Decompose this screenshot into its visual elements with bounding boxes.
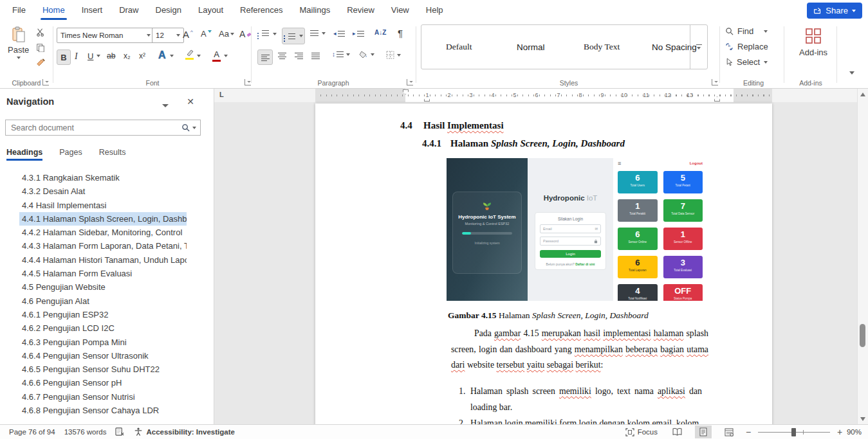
paragraph-dialog-launcher[interactable] <box>407 79 413 85</box>
format-painter-button[interactable] <box>36 58 46 68</box>
ribbon-tab[interactable]: Mailings <box>291 0 339 21</box>
show-hide-pilcrow-button[interactable]: ¶ <box>398 28 403 39</box>
strikethrough-button[interactable]: ab <box>107 51 115 60</box>
zoom-level[interactable]: 90% <box>847 428 862 436</box>
navigation-heading-item[interactable]: 4.6.4 Pengujian Sensor Ultrasonik <box>19 349 187 363</box>
bullets-dropdown[interactable] <box>273 33 277 35</box>
navigation-heading-item[interactable]: 4.6.1 Pengujian ESP32 <box>19 308 187 321</box>
replace-button[interactable]: bc Replace <box>725 42 768 51</box>
search-dropdown-icon[interactable] <box>192 127 196 129</box>
paste-button[interactable]: Paste <box>8 26 29 59</box>
word-count[interactable]: 13576 words <box>64 428 107 436</box>
shading-button[interactable] <box>359 51 374 58</box>
collapse-ribbon-button[interactable] <box>849 71 854 75</box>
navigation-heading-item[interactable]: 4.6.3 Pengujian Pompa Mini <box>19 336 187 349</box>
clear-formatting-button[interactable]: A <box>239 29 252 39</box>
bold-button[interactable]: B <box>57 49 71 65</box>
focus-button[interactable]: Focus <box>625 428 658 436</box>
ribbon-tab[interactable]: Home <box>34 0 73 21</box>
underline-button[interactable]: U <box>88 51 93 61</box>
font-size-combo[interactable]: 12 <box>152 28 184 43</box>
shrink-font-button[interactable]: A <box>201 29 212 39</box>
navigation-heading-item[interactable]: 4.6.2 Pengujian LCD I2C <box>19 321 187 335</box>
italic-button[interactable]: I <box>75 51 78 62</box>
navigation-heading-item[interactable]: 4.6.7 Pengujian Sensor Nutrisi <box>19 390 187 404</box>
font-dialog-launcher[interactable] <box>245 79 251 85</box>
navigation-heading-item[interactable]: 4.4.4 Halaman Histori Tanaman, Unduh Lap… <box>19 253 187 267</box>
font-color-button[interactable]: A <box>212 49 221 62</box>
ribbon-tab[interactable]: Layout <box>190 0 232 21</box>
multilevel-list-button[interactable] <box>310 30 326 36</box>
figure-image[interactable]: Hydroponic IoT System Monitoring & Contr… <box>447 158 707 301</box>
zoom-in-button[interactable]: + <box>835 427 844 437</box>
navigation-heading-item[interactable]: 4.4.2 Halaman Sidebar, Monitoring, Contr… <box>19 226 187 239</box>
zoom-out-button[interactable]: − <box>744 427 753 437</box>
align-center-button[interactable] <box>278 52 286 58</box>
navigation-tab[interactable]: Pages <box>59 148 82 161</box>
copy-button[interactable] <box>36 43 45 52</box>
search-input[interactable] <box>6 123 181 132</box>
search-icon[interactable] <box>181 123 190 132</box>
read-mode-button[interactable] <box>669 426 686 438</box>
navigation-heading-item[interactable]: 4.4.3 Halaman Form Laporan, Data Petani,… <box>19 239 187 253</box>
navigation-heading-item[interactable]: 4.4.1 Halaman Splash Screen, Login, Dash… <box>19 212 187 226</box>
superscript-button[interactable]: x² <box>139 51 145 60</box>
navigation-heading-item[interactable]: 4.6 Pengujian Alat <box>19 294 187 308</box>
text-effects-dropdown[interactable] <box>170 55 174 57</box>
justify-button[interactable] <box>311 52 320 58</box>
ribbon-tab[interactable]: Draw <box>111 0 147 21</box>
navigation-heading-item[interactable]: 4.3.1 Rangkaian Skematik <box>19 171 187 184</box>
cut-button[interactable] <box>36 28 45 37</box>
tab-stop-selector[interactable]: L <box>219 91 224 98</box>
grow-font-button[interactable]: A^ <box>183 29 193 40</box>
font-color-dropdown[interactable] <box>224 55 228 57</box>
sort-button[interactable]: A↓Z <box>374 29 386 36</box>
styles-dialog-launcher[interactable] <box>712 79 718 85</box>
decrease-indent-button[interactable]: ◂ <box>333 30 345 37</box>
share-button[interactable]: Share <box>807 3 862 19</box>
select-button[interactable]: Select <box>725 57 768 67</box>
navigation-heading-item[interactable]: 4.4.5 Halaman Form Evaluasi <box>19 267 187 280</box>
vertical-scrollbar[interactable] <box>857 89 868 425</box>
ribbon-tab[interactable]: Help <box>418 0 452 21</box>
accessibility-status[interactable]: Accessibility: Investigate <box>134 427 234 436</box>
find-button[interactable]: Find <box>725 26 768 36</box>
ribbon-tab[interactable]: View <box>383 0 418 21</box>
navigation-heading-item[interactable]: 4.5 Pengujian Website <box>19 280 187 294</box>
text-effects-button[interactable]: A <box>158 49 166 61</box>
document-page[interactable]: 4.4Hasil Implementasi 4.4.1Halaman Splas… <box>315 103 772 425</box>
zoom-slider[interactable] <box>758 432 830 433</box>
align-right-button[interactable] <box>295 52 303 58</box>
navigation-heading-item[interactable]: 4.3.2 Desain Alat <box>19 184 187 198</box>
bullets-button[interactable] <box>257 30 269 36</box>
navigation-heading-item[interactable]: 4.6.8 Pengujian Sensor Cahaya LDR <box>19 404 187 417</box>
navigation-heading-item[interactable]: 4.6.6 Pengujian Sensor pH <box>19 376 187 390</box>
numbering-button[interactable] <box>282 28 305 44</box>
highlight-dropdown[interactable] <box>197 55 201 57</box>
subscript-button[interactable]: x₂ <box>124 51 131 60</box>
borders-button[interactable] <box>386 51 401 59</box>
navigation-tab[interactable]: Results <box>99 148 126 161</box>
line-spacing-button[interactable]: ↕ <box>332 51 350 58</box>
scroll-up-arrow[interactable] <box>860 93 865 96</box>
ribbon-tab[interactable]: Design <box>147 0 190 21</box>
ribbon-tab[interactable]: File <box>4 0 34 21</box>
web-layout-button[interactable] <box>721 426 737 438</box>
scroll-down-arrow[interactable] <box>860 417 865 421</box>
clipboard-dialog-launcher[interactable] <box>42 79 49 85</box>
increase-indent-button[interactable]: ▸ <box>353 30 364 37</box>
style-item[interactable]: Body Text <box>584 25 620 69</box>
ribbon-tab[interactable]: Insert <box>73 0 111 21</box>
highlight-button[interactable] <box>185 49 194 60</box>
navigation-heading-item[interactable]: 4.4 Hasil Implementasi <box>19 199 187 212</box>
change-case-button[interactable]: Aa <box>219 29 234 39</box>
underline-dropdown[interactable] <box>97 55 100 57</box>
zoom-slider-thumb[interactable] <box>791 428 796 436</box>
page-indicator[interactable]: Page 76 of 94 <box>9 428 55 436</box>
style-item[interactable]: Default <box>446 25 472 69</box>
navigation-tab[interactable]: Headings <box>6 148 42 161</box>
navigation-close-button[interactable]: ✕ <box>187 96 194 107</box>
navigation-heading-item[interactable]: 4.6.5 Pengujian Sensor Suhu DHT22 <box>19 363 187 376</box>
styles-gallery-scroll[interactable] <box>690 25 707 69</box>
scrollbar-thumb[interactable] <box>860 324 865 347</box>
